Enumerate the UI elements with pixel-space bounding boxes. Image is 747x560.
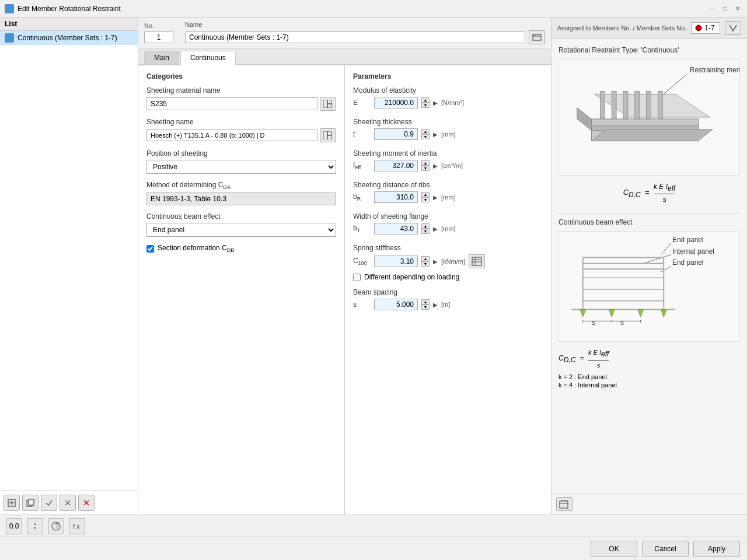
restraint-diagram: Restraining member [558, 59, 740, 176]
inertia-unit: [cm⁴/m] [441, 162, 463, 170]
assigned-browse-button[interactable] [725, 21, 741, 35]
new-button[interactable] [4, 495, 20, 511]
inertia-value[interactable] [374, 160, 418, 172]
apply-button[interactable]: Apply [693, 541, 740, 557]
distance-down[interactable]: ▼ [421, 197, 430, 202]
spring-up[interactable]: ▲ [421, 256, 430, 261]
tab-continuous[interactable]: Continuous [180, 51, 236, 65]
cancel-button[interactable]: Cancel [642, 541, 689, 557]
distance-unit: [mm] [441, 194, 455, 201]
sheeting-name-browse[interactable] [320, 128, 336, 142]
svg-point-67 [34, 525, 36, 527]
window-title: Edit Member Rotational Restraint [18, 5, 704, 13]
svg-text:x: x [76, 523, 80, 531]
diff-loading-checkbox[interactable] [353, 274, 361, 281]
name-label: Name [185, 21, 545, 28]
uncheck-button[interactable] [60, 495, 76, 511]
spring-unit: [kNm/m] [441, 258, 465, 265]
check-button[interactable] [41, 495, 57, 511]
spring-label: Spring stiffness [353, 244, 543, 252]
svg-rect-9 [533, 34, 541, 40]
beam-effect-select[interactable]: End panel Internal panel [146, 223, 336, 237]
thickness-down[interactable]: ▼ [421, 134, 430, 139]
svg-text:Restraining member: Restraining member [690, 66, 739, 74]
sheeting-name-field[interactable] [146, 130, 317, 141]
assigned-value: 1-7 [704, 24, 714, 32]
svg-marker-54 [580, 310, 586, 317]
formula2-equals: = [580, 354, 584, 362]
formula-fraction: k E Ieff s [654, 183, 675, 204]
section-deformation-checkbox[interactable] [146, 245, 154, 253]
formula-button[interactable]: fx [69, 518, 85, 534]
content-area: List Continuous (Member Sets : 1-7) [0, 18, 747, 514]
sheeting-name-group: Sheeting name [146, 118, 336, 142]
inertia-spinner[interactable]: ▲ ▼ [421, 160, 430, 171]
spring-value[interactable] [374, 256, 418, 267]
flange-value[interactable] [374, 223, 418, 235]
spring-down[interactable]: ▼ [421, 261, 430, 267]
svg-rect-15 [323, 131, 327, 139]
name-field[interactable] [185, 32, 525, 43]
help-button[interactable]: ? [48, 518, 64, 534]
beam-effect-label: Continuous beam effect [146, 212, 336, 220]
flange-label: Width of sheeting flange [353, 212, 543, 220]
beam-spacing-symbol: s [353, 300, 371, 309]
svg-marker-36 [592, 130, 713, 141]
pin-button[interactable] [27, 518, 43, 534]
coord-button[interactable]: 0.0 [6, 518, 22, 534]
app-icon [5, 4, 14, 13]
ok-button[interactable]: OK [591, 541, 637, 557]
delete-button[interactable] [78, 495, 95, 511]
close-button[interactable]: ✕ [733, 4, 742, 13]
beam-effect-diagram: End panel Internal panel End panel [558, 231, 740, 342]
duplicate-button[interactable] [22, 495, 39, 511]
modulus-label: Modulus of elasticity [353, 86, 543, 94]
modulus-down[interactable]: ▼ [421, 103, 430, 108]
thickness-row: t ▲ ▼ ▶ [mm] [353, 128, 543, 140]
thickness-spinner[interactable]: ▲ ▼ [421, 129, 430, 139]
thickness-arrow: ▶ [433, 131, 438, 138]
stiffness-table-button[interactable] [469, 254, 485, 268]
modulus-symbol: E [353, 99, 371, 107]
sheeting-name-row [146, 128, 336, 142]
position-select[interactable]: Positive Negative [146, 160, 336, 174]
maximize-button[interactable]: □ [720, 4, 729, 13]
distance-label: Sheeting distance of ribs [353, 181, 543, 189]
sheeting-material-browse[interactable] [320, 97, 336, 111]
inertia-up[interactable]: ▲ [421, 160, 430, 166]
beam-spacing-spinner[interactable]: ▲ ▼ [421, 299, 430, 310]
pin-icon [30, 522, 40, 531]
thickness-unit: [mm] [441, 131, 455, 138]
beam-spacing-down[interactable]: ▼ [421, 304, 430, 310]
parameters-section: Parameters Modulus of elasticity E ▲ ▼ ▶… [345, 65, 551, 514]
method-field[interactable] [146, 192, 336, 205]
list-item[interactable]: Continuous (Member Sets : 1-7) [0, 31, 138, 45]
diagram-export-button[interactable] [556, 497, 573, 511]
beam-spacing-value[interactable] [374, 299, 418, 310]
distance-value[interactable] [374, 191, 418, 203]
spring-spinner[interactable]: ▲ ▼ [421, 256, 430, 267]
minimize-button[interactable]: – [707, 4, 717, 13]
modulus-value[interactable] [374, 97, 418, 108]
no-field[interactable] [144, 32, 173, 43]
section-deformation-row: Section deformation CDB [146, 244, 336, 253]
sheeting-material-label: Sheeting material name [146, 86, 336, 94]
svg-rect-18 [472, 257, 481, 265]
tab-main[interactable]: Main [144, 51, 179, 64]
k4-label: k = 4 : Internal panel [558, 382, 740, 388]
flange-down[interactable]: ▼ [421, 229, 430, 234]
svg-rect-13 [327, 100, 331, 104]
thickness-value[interactable] [374, 128, 418, 140]
beam-spacing-up[interactable]: ▲ [421, 299, 430, 304]
distance-spinner[interactable]: ▲ ▼ [421, 192, 430, 202]
svg-rect-28 [623, 91, 628, 119]
sheeting-material-field[interactable] [146, 97, 317, 110]
flange-up[interactable]: ▲ [421, 223, 430, 229]
modulus-up[interactable]: ▲ [421, 97, 430, 103]
inertia-down[interactable]: ▼ [421, 166, 430, 171]
name-browse-button[interactable] [529, 30, 545, 44]
flange-spinner[interactable]: ▲ ▼ [421, 223, 430, 234]
thickness-up[interactable]: ▲ [421, 129, 430, 134]
distance-up[interactable]: ▲ [421, 192, 430, 197]
modulus-spinner[interactable]: ▲ ▼ [421, 97, 430, 108]
